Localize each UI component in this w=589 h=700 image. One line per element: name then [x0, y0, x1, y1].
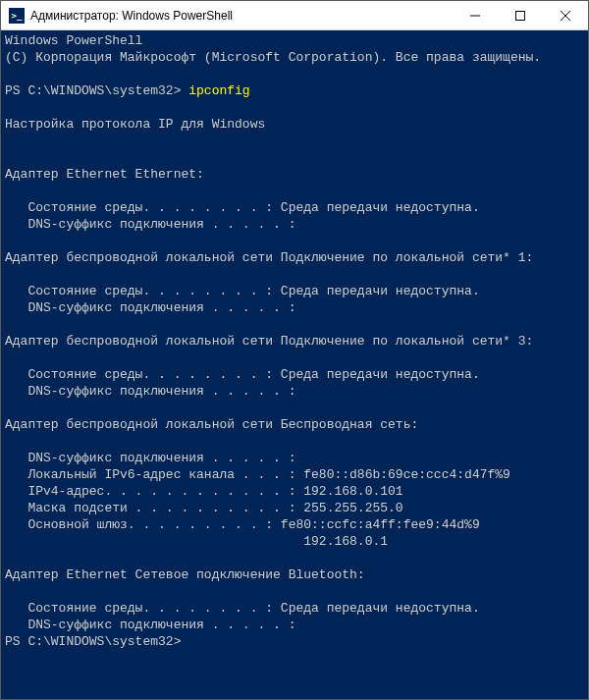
- blank-line: [5, 550, 584, 566]
- blank-line: [5, 583, 584, 600]
- adapter-header: Адаптер беспроводной локальной сети Подк…: [5, 249, 584, 266]
- adapter-row: DNS-суффикс подключения . . . . . :: [5, 383, 584, 400]
- close-icon: [561, 11, 570, 21]
- final-prompt: PS C:\WINDOWS\system32>: [5, 633, 584, 650]
- blank-line: [5, 99, 584, 116]
- adapter-row: Состояние среды. . . . . . . . : Среда п…: [5, 199, 584, 216]
- maximize-icon: [515, 11, 525, 21]
- blank-line: [5, 233, 584, 249]
- adapter-header: Адаптер Ethernet Ethernet:: [5, 166, 584, 183]
- adapter-row: DNS-суффикс подключения . . . . . :: [5, 299, 584, 316]
- adapter-row: DNS-суффикс подключения . . . . . :: [5, 450, 584, 466]
- blank-line: [5, 400, 584, 416]
- adapter-row: DNS-суффикс подключения . . . . . :: [5, 617, 584, 633]
- close-button[interactable]: [543, 1, 588, 29]
- adapter-header: Адаптер беспроводной локальной сети Бесп…: [5, 416, 584, 433]
- ipconfig-title: Настройка протокола IP для Windows: [5, 116, 584, 133]
- minimize-icon: [470, 11, 480, 21]
- blank-line: [5, 350, 584, 366]
- blank-line: [5, 316, 584, 333]
- adapter-row: Состояние среды. . . . . . . . : Среда п…: [5, 600, 584, 617]
- blank-line: [5, 66, 584, 82]
- adapter-header: Адаптер Ethernet Сетевое подключение Blu…: [5, 566, 584, 583]
- blank-line: [5, 149, 584, 166]
- command-text: ipconfig: [188, 83, 249, 98]
- adapter-row: Локальный IPv6-адрес канала . . . : fe80…: [5, 466, 584, 483]
- adapter-row: IPv4-адрес. . . . . . . . . . . . : 192.…: [5, 483, 584, 500]
- blank-line: [5, 433, 584, 450]
- blank-line: [5, 266, 584, 283]
- minimize-button[interactable]: [453, 1, 498, 29]
- adapter-row: Маска подсети . . . . . . . . . . : 255.…: [5, 500, 584, 516]
- blank-line: [5, 133, 584, 149]
- window-controls: [453, 1, 588, 29]
- prompt-line: PS C:\WINDOWS\system32> ipconfig: [5, 82, 584, 99]
- terminal-output[interactable]: Windows PowerShell(С) Корпорация Майкрос…: [1, 30, 588, 699]
- prompt: PS C:\WINDOWS\system32>: [5, 634, 181, 649]
- svg-rect-1: [516, 11, 525, 20]
- powershell-window: >_ Администратор: Windows PowerShell Win…: [0, 0, 589, 700]
- ps-header: Windows PowerShell: [5, 32, 584, 49]
- prompt: PS C:\WINDOWS\system32>: [5, 83, 188, 98]
- adapter-row: DNS-суффикс подключения . . . . . :: [5, 216, 584, 233]
- blank-line: [5, 183, 584, 199]
- adapter-row: Основной шлюз. . . . . . . . . : fe80::c…: [5, 516, 584, 533]
- adapter-header: Адаптер беспроводной локальной сети Подк…: [5, 333, 584, 350]
- maximize-button[interactable]: [498, 1, 543, 29]
- adapter-row: Состояние среды. . . . . . . . : Среда п…: [5, 366, 584, 383]
- adapter-row: Состояние среды. . . . . . . . : Среда п…: [5, 283, 584, 299]
- powershell-icon: >_: [9, 8, 25, 24]
- adapter-row: 192.168.0.1: [5, 533, 584, 550]
- ps-copyright: (С) Корпорация Майкрософт (Microsoft Cor…: [5, 49, 584, 66]
- titlebar[interactable]: >_ Администратор: Windows PowerShell: [1, 1, 588, 30]
- window-title: Администратор: Windows PowerShell: [30, 9, 453, 23]
